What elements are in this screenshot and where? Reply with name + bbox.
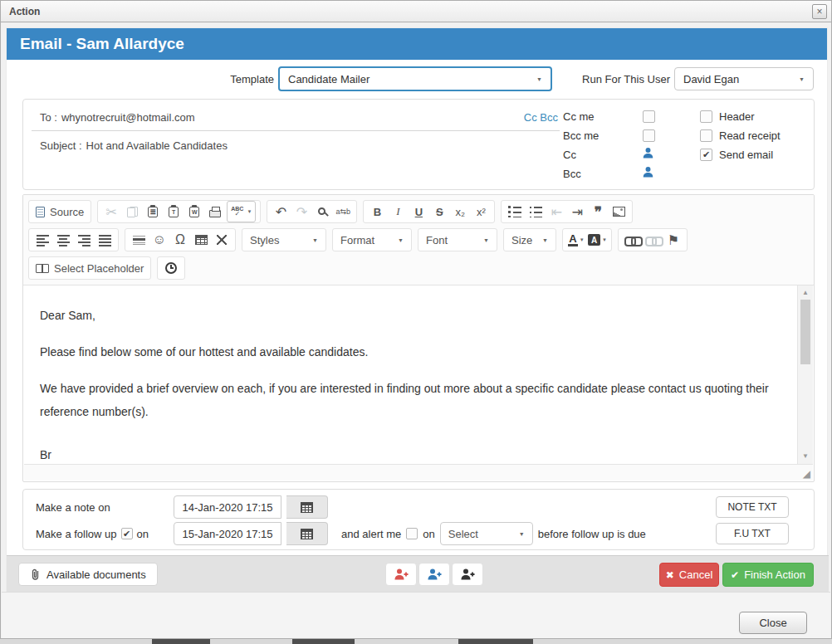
send-email-checkbox[interactable]: [700, 149, 712, 161]
cut-icon[interactable]: ✂: [102, 202, 120, 221]
table-icon[interactable]: [192, 231, 210, 249]
recipient-add-buttons: [385, 563, 483, 586]
action-dialog: Action × Email - Sam Allardyce Template …: [0, 0, 832, 644]
toolbar-row-3: Select Placeholder: [28, 254, 809, 282]
cc-row: Cc: [563, 147, 661, 162]
read-receipt-checkbox[interactable]: [700, 129, 712, 142]
strikethrough-button[interactable]: S: [430, 202, 448, 221]
copy-icon[interactable]: [123, 202, 141, 221]
size-select[interactable]: Size ▼: [503, 228, 556, 251]
subject-field[interactable]: Subject : Hot and Available Candidates: [32, 133, 560, 158]
note-calendar-button[interactable]: [286, 495, 328, 519]
chevron-down-icon: ▼: [483, 237, 489, 243]
calendar-icon: [301, 502, 313, 513]
source-button[interactable]: Source: [33, 202, 86, 221]
email-body-editor[interactable]: Dear Sam, Please find below some of our …: [24, 285, 797, 464]
bulleted-list-icon[interactable]: [526, 202, 545, 221]
superscript-button[interactable]: x²: [472, 202, 490, 221]
cc-person-icon[interactable]: [643, 147, 653, 162]
undo-icon[interactable]: ↶: [272, 202, 290, 221]
paste-text-icon[interactable]: T: [164, 202, 183, 221]
follow-up-checkbox[interactable]: [121, 528, 133, 539]
link-icon[interactable]: [623, 231, 641, 249]
smiley-icon[interactable]: ☺: [150, 231, 169, 249]
add-person-blue-button[interactable]: [418, 563, 450, 586]
paste-word-icon[interactable]: W: [185, 202, 203, 221]
send-email-row: Send email: [700, 147, 812, 162]
scroll-up-icon[interactable]: ▲: [798, 287, 813, 299]
to-field[interactable]: To : whynotrecruit@hotmail.com Cc Bcc: [32, 105, 560, 131]
paste-icon[interactable]: ≣: [144, 202, 162, 221]
template-select[interactable]: Candidate Mailer ▼: [278, 66, 552, 91]
select-placeholder-button[interactable]: Select Placeholder: [33, 259, 146, 277]
align-left-icon[interactable]: [33, 231, 51, 249]
paperclip-icon: [30, 568, 41, 580]
redo-icon[interactable]: ↷: [292, 202, 311, 221]
available-documents-button[interactable]: Available documents: [18, 563, 158, 586]
text-color-button[interactable]: A ▼: [567, 231, 585, 249]
bg-color-button[interactable]: A ▼: [588, 231, 607, 249]
styles-select[interactable]: Styles ▼: [242, 228, 326, 251]
bold-button[interactable]: B: [368, 202, 386, 221]
blockquote-icon[interactable]: ❞: [589, 202, 607, 221]
bcc-me-checkbox[interactable]: [643, 129, 655, 142]
run-for-user-select[interactable]: David Egan ▼: [674, 67, 814, 90]
cc-bcc-link[interactable]: Cc Bcc: [524, 111, 558, 124]
subscript-button[interactable]: x₂: [451, 202, 469, 221]
note-txt-button[interactable]: NOTE TXT: [716, 496, 789, 518]
justify-icon[interactable]: [95, 231, 114, 249]
align-right-icon[interactable]: [75, 231, 93, 249]
add-person-red-button[interactable]: [385, 563, 417, 586]
unlink-icon[interactable]: [644, 231, 662, 249]
person-plus-icon: [461, 568, 475, 580]
finish-action-button[interactable]: ✔ Finish Action: [722, 563, 814, 587]
note-date-input[interactable]: 14-Jan-2020 17:15: [174, 495, 281, 519]
clock-button[interactable]: [162, 259, 180, 277]
to-value: whynotrecruit@hotmail.com: [61, 111, 195, 124]
underline-button[interactable]: U: [409, 202, 428, 221]
fu-txt-button[interactable]: F.U TXT: [716, 523, 789, 544]
follow-up-calendar-button[interactable]: [286, 522, 328, 545]
template-select-value: Candidate Mailer: [288, 73, 370, 85]
indent-icon[interactable]: ⇥: [568, 202, 586, 221]
bcc-person-icon[interactable]: [643, 166, 653, 181]
spellcheck-button[interactable]: ABC ✓ ▼: [227, 201, 256, 222]
special-char-icon[interactable]: Ω: [171, 231, 189, 249]
alert-time-select[interactable]: Select ▼: [440, 522, 533, 545]
anchor-flag-icon[interactable]: ⚑: [664, 231, 683, 249]
scrollbar-thumb[interactable]: [800, 300, 810, 364]
clock-icon: [165, 262, 177, 274]
read-receipt-label: Read receipt: [719, 129, 781, 142]
add-person-dark-button[interactable]: [452, 563, 483, 586]
editor-scrollbar[interactable]: ▲ ▼: [797, 285, 813, 464]
numbered-list-icon[interactable]: [506, 202, 524, 221]
cc-me-checkbox[interactable]: [643, 110, 655, 123]
close-button[interactable]: Close: [739, 612, 807, 634]
format-label: Format: [340, 234, 374, 246]
scroll-down-icon[interactable]: ▼: [798, 451, 813, 462]
clipboard-group: ✂ ≣ T W ABC ✓ ▼: [97, 200, 261, 223]
italic-button[interactable]: I: [389, 202, 407, 221]
font-select[interactable]: Font ▼: [418, 228, 497, 251]
print-icon[interactable]: [206, 202, 224, 221]
horizontal-rule-icon[interactable]: [130, 231, 148, 249]
align-center-icon[interactable]: [54, 231, 72, 249]
bcc-row: Bcc: [563, 166, 661, 181]
alert-me-checkbox[interactable]: [406, 528, 418, 539]
toolbar-row-1: Source ✂ ≣ T W ABC: [28, 198, 809, 226]
close-icon[interactable]: ×: [812, 4, 827, 19]
maximize-icon[interactable]: [213, 231, 231, 249]
resize-grip-icon[interactable]: ◢: [803, 469, 810, 479]
image-icon[interactable]: [609, 202, 628, 221]
align-group: [28, 228, 119, 251]
follow-up-date-input[interactable]: 15-Jan-2020 17:15: [174, 522, 281, 545]
outdent-icon[interactable]: ⇤: [547, 202, 565, 221]
header-checkbox[interactable]: [700, 110, 712, 123]
replace-icon[interactable]: a⇆b: [334, 202, 352, 221]
format-select[interactable]: Format ▼: [332, 228, 412, 251]
note-panel: Make a note on 14-Jan-2020 17:15 NOTE TX…: [22, 489, 815, 550]
find-icon[interactable]: [313, 202, 331, 221]
read-receipt-row: Read receipt: [700, 128, 812, 143]
toolbar-row-2: ☺ Ω Styles ▼ Format ▼: [28, 226, 809, 254]
cancel-button[interactable]: ✖ Cancel: [659, 563, 719, 587]
